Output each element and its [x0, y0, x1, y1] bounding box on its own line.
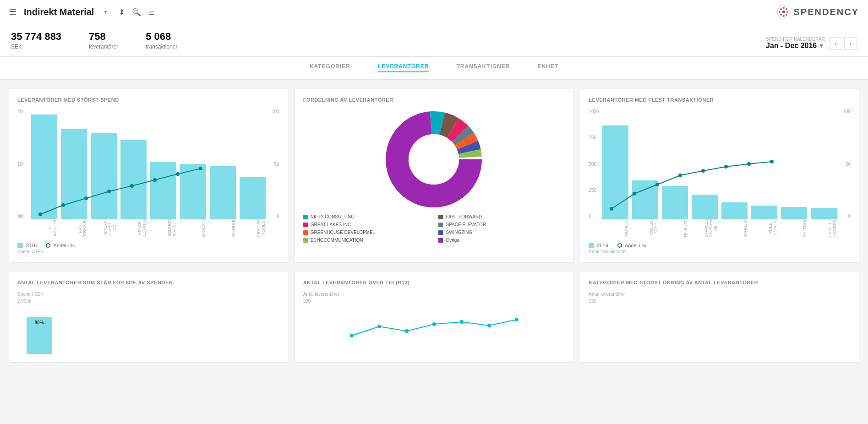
spaceelevator-label: SPACE ELEVATOR: [446, 222, 486, 227]
legend-bar-color: [17, 243, 23, 248]
svg-point-41: [514, 318, 518, 321]
chart3-y-mid: 500: [589, 162, 599, 167]
donut-legend-greatlakes: GREAT LAKES INC: [303, 222, 430, 227]
chart-flest-transaktioner: LEVERANTÖRER MED FLEST TRANSAKTIONER 100…: [580, 89, 859, 262]
suppliers-value: 758: [89, 31, 118, 43]
legend-bar: 2016: [17, 243, 37, 248]
chart1-area: 2M 1M 0M 100 50 0: [17, 109, 279, 237]
stats-bar: 35 774 883 SEK 758 leverantörer 5 068 tr…: [0, 24, 868, 57]
svg-point-28: [633, 192, 636, 196]
donut-legend-ovriga: Övriga: [438, 238, 565, 243]
svg-point-33: [747, 162, 751, 166]
chart3-legend-line: Andel i %: [617, 243, 646, 248]
svg-point-1: [780, 8, 782, 10]
chart3-legend-bar: 2016: [589, 243, 608, 248]
legend-line-color: [46, 243, 50, 248]
fastforward-label: FAST FORWARD: [446, 214, 482, 219]
x3-label-4: STAPLES SWEDEN AB: [692, 219, 718, 237]
bottom2-y-value: 200: [303, 299, 565, 304]
chart3-y-axis-label: Antal transaktioner: [589, 249, 851, 254]
x-label-3: GREAT LAKES INC: [91, 219, 117, 237]
y2-label-min: 0: [272, 214, 279, 219]
svg-point-7: [780, 14, 782, 16]
tab-kategorier[interactable]: KATEGORIER: [310, 63, 350, 72]
chart3-legend-line-label: Andel i %: [625, 243, 646, 248]
bottom1-pct-label: 80%: [34, 320, 44, 325]
title-dropdown-icon[interactable]: ▼: [103, 10, 108, 15]
svg-point-36: [377, 325, 381, 328]
y-label-max: 2M: [17, 109, 24, 114]
echo-color: [303, 238, 308, 243]
calendar-controls: ‹ ›: [830, 37, 857, 50]
donut-legend-swingzing: SWINGZING: [438, 230, 565, 235]
chart3-legend-bar-label: 2016: [597, 243, 608, 248]
calendar-value: Jan - Dec 2016: [766, 42, 817, 50]
svg-point-30: [678, 174, 682, 177]
svg-point-27: [610, 207, 613, 211]
donut-legend-nifty: NIFTY CONSULTING: [303, 214, 430, 219]
chart3-y2-labels: 100 50 0: [843, 109, 851, 237]
x3-label-7: BEOUTDOOR: [781, 219, 807, 237]
x3-label-6: FUEL DEPOT: [751, 219, 777, 237]
y2-label-max: 100: [272, 109, 279, 114]
donut-legend-fastforward: FAST FORWARD: [438, 214, 565, 219]
svg-point-16: [176, 172, 180, 176]
x3-label-8: CARD-EZ ACCESS: [811, 219, 837, 237]
nifty-color: [303, 215, 308, 219]
svg-point-10: [38, 212, 42, 216]
bottom-card-kategorier: KATEGORIER MED STÖRST ÖKNING AV ANTAL LE…: [580, 272, 859, 362]
donut-legend: NIFTY CONSULTING FAST FORWARD GREAT LAKE…: [303, 214, 565, 243]
chart3-title: LEVERANTÖRER MED FLEST TRANSAKTIONER: [589, 97, 851, 103]
calendar-label: SPEND FÖR KALENDERÅR: [766, 37, 825, 42]
tab-leverantorer[interactable]: LEVERANTÖRER: [378, 63, 429, 72]
svg-point-34: [770, 160, 774, 163]
svg-point-8: [779, 11, 781, 13]
svg-point-40: [487, 324, 491, 327]
bottom-card-overtid: ANTAL LEVERANTÖRER ÖVER TID (R12) Antal …: [295, 272, 573, 362]
chart3-y-max: 1000: [589, 109, 599, 114]
main-content: LEVERANTÖRER MED STÖRST SPEND 2M 1M 0M 1…: [0, 80, 868, 272]
tab-transaktioner[interactable]: TRANSAKTIONER: [456, 63, 510, 72]
suppliers-label: leverantörer: [89, 43, 118, 50]
search-icon[interactable]: 🔍: [132, 8, 141, 16]
download-icon[interactable]: ⬇: [119, 8, 125, 16]
x3-label-1: COMMUNICATION: [602, 219, 628, 237]
bottom3-y-value: 150: [589, 299, 851, 304]
swingzing-color: [438, 230, 443, 235]
chart3-legend-bar-color: [589, 243, 594, 248]
chart3-line-svg: [602, 109, 837, 219]
menu-icon[interactable]: ☰: [9, 7, 16, 17]
bottom1-y-value: 2 000k: [17, 299, 279, 304]
svg-point-32: [724, 165, 728, 169]
bottom2-y-label: Antal leverantörer: [303, 292, 565, 297]
y-label-mid: 1M: [17, 162, 24, 167]
greenhouse-label: GREENHOUSE DEVELOPME...: [311, 230, 377, 235]
legend-line-label: Andel i %: [53, 243, 74, 248]
bottom-cards: ANTAL LEVERANTÖRER SOM STÅR FÖR 80% AV S…: [0, 272, 868, 371]
chart1-y-labels: 2M 1M 0M: [17, 109, 24, 237]
tabs-bar: KATEGORIER LEVERANTÖRER TRANSAKTIONER EN…: [0, 57, 868, 80]
spend-value: 35 774 883: [11, 31, 61, 43]
y2-label-mid: 50: [272, 162, 279, 167]
chart3-y-midl: 250: [589, 188, 599, 193]
bottom3-y-label: Antal leverantörer: [589, 292, 851, 297]
tab-enhet[interactable]: ENHET: [537, 63, 558, 72]
svg-point-37: [404, 329, 408, 333]
echo-label: ECHOCOMMUNICATION: [311, 238, 363, 243]
donut-legend-spaceelevator: SPACE ELEVATOR: [438, 222, 565, 227]
prev-period-button[interactable]: ‹: [830, 37, 842, 50]
page-title: Indirekt Material: [24, 7, 94, 17]
calendar-dropdown-icon[interactable]: ▼: [819, 43, 824, 49]
chart1-y2-labels: 100 50 0: [272, 109, 279, 237]
chart-fordelning: FÖRDELNING AV LEVERANTÖRER: [295, 89, 573, 262]
bottom2-title: ANTAL LEVERANTÖRER ÖVER TID (R12): [303, 280, 565, 285]
svg-point-39: [459, 320, 463, 324]
greenhouse-color: [303, 230, 308, 235]
filter-icon[interactable]: ⚌: [148, 8, 155, 16]
bottom1-title: ANTAL LEVERANTÖRER SOM STÅR FÖR 80% AV S…: [17, 280, 279, 285]
next-period-button[interactable]: ›: [844, 37, 857, 50]
chart1-y-axis-label: Spend i SEK: [17, 249, 279, 254]
chart-leverantorer-spend: LEVERANTÖRER MED STÖRST SPEND 2M 1M 0M 1…: [9, 89, 288, 262]
chart2-title: FÖRDELNING AV LEVERANTÖRER: [303, 97, 565, 103]
x-label-8: PRECISE TOOLS: [240, 219, 266, 237]
